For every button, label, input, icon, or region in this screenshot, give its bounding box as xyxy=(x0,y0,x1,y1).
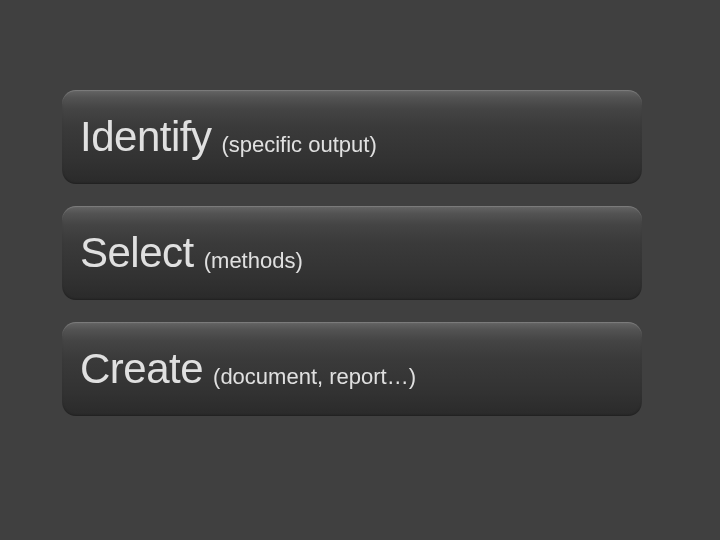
step-title: Identify xyxy=(80,113,211,161)
slide-content: Identify (specific output) Select (metho… xyxy=(0,0,720,416)
step-subtitle: (document, report…) xyxy=(213,364,416,390)
step-subtitle: (methods) xyxy=(204,248,303,274)
step-bar-select: Select (methods) xyxy=(62,206,642,300)
step-bar-create: Create (document, report…) xyxy=(62,322,642,416)
step-title: Select xyxy=(80,229,194,277)
step-title: Create xyxy=(80,345,203,393)
step-subtitle: (specific output) xyxy=(221,132,376,158)
step-bar-identify: Identify (specific output) xyxy=(62,90,642,184)
